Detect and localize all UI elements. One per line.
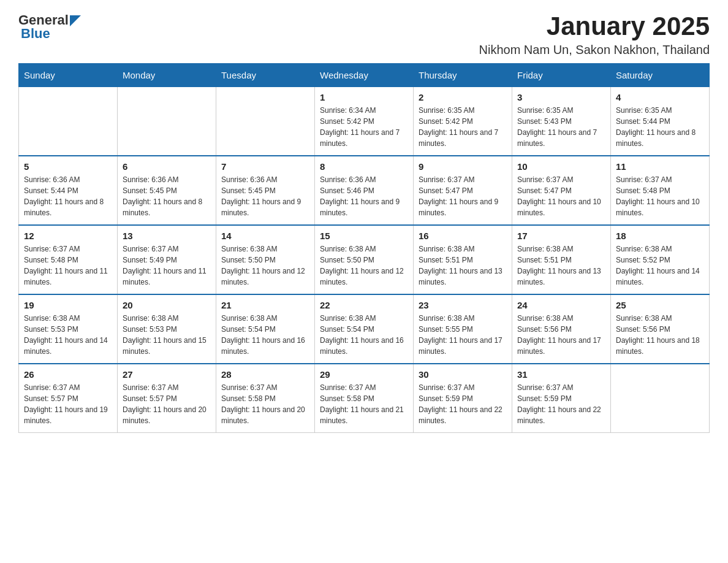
calendar-cell: 23Sunrise: 6:38 AMSunset: 5:55 PMDayligh… bbox=[414, 294, 512, 364]
calendar-cell: 20Sunrise: 6:38 AMSunset: 5:53 PMDayligh… bbox=[118, 294, 216, 364]
day-info: Sunrise: 6:37 AMSunset: 5:48 PMDaylight:… bbox=[616, 174, 704, 218]
calendar-cell: 9Sunrise: 6:37 AMSunset: 5:47 PMDaylight… bbox=[414, 156, 512, 225]
calendar-cell: 4Sunrise: 6:35 AMSunset: 5:44 PMDaylight… bbox=[611, 87, 710, 156]
day-number: 23 bbox=[419, 300, 507, 310]
day-info: Sunrise: 6:38 AMSunset: 5:56 PMDaylight:… bbox=[517, 313, 605, 357]
logo: General Blue bbox=[18, 12, 81, 42]
calendar-cell: 31Sunrise: 6:37 AMSunset: 5:59 PMDayligh… bbox=[512, 364, 611, 433]
calendar-cell: 17Sunrise: 6:38 AMSunset: 5:51 PMDayligh… bbox=[512, 225, 611, 294]
calendar-cell: 26Sunrise: 6:37 AMSunset: 5:57 PMDayligh… bbox=[19, 364, 118, 433]
calendar-cell bbox=[216, 87, 315, 156]
day-info: Sunrise: 6:38 AMSunset: 5:50 PMDaylight:… bbox=[320, 243, 408, 288]
calendar-cell: 1Sunrise: 6:34 AMSunset: 5:42 PMDaylight… bbox=[315, 87, 414, 156]
day-number: 4 bbox=[616, 92, 704, 102]
day-info: Sunrise: 6:35 AMSunset: 5:44 PMDaylight:… bbox=[616, 105, 704, 149]
header-monday: Monday bbox=[118, 64, 216, 87]
calendar-cell: 10Sunrise: 6:37 AMSunset: 5:47 PMDayligh… bbox=[512, 156, 611, 225]
day-info: Sunrise: 6:37 AMSunset: 5:48 PMDaylight:… bbox=[24, 243, 112, 288]
calendar-cell: 19Sunrise: 6:38 AMSunset: 5:53 PMDayligh… bbox=[19, 294, 118, 364]
day-number: 25 bbox=[616, 300, 704, 310]
header-row: SundayMondayTuesdayWednesdayThursdayFrid… bbox=[19, 64, 710, 87]
calendar-cell bbox=[611, 364, 710, 433]
day-info: Sunrise: 6:38 AMSunset: 5:56 PMDaylight:… bbox=[616, 313, 704, 357]
header-sunday: Sunday bbox=[19, 64, 118, 87]
calendar-cell: 24Sunrise: 6:38 AMSunset: 5:56 PMDayligh… bbox=[512, 294, 611, 364]
day-info: Sunrise: 6:35 AMSunset: 5:43 PMDaylight:… bbox=[517, 105, 605, 149]
calendar-cell: 22Sunrise: 6:38 AMSunset: 5:54 PMDayligh… bbox=[315, 294, 414, 364]
calendar-cell: 13Sunrise: 6:37 AMSunset: 5:49 PMDayligh… bbox=[118, 225, 216, 294]
calendar-cell bbox=[118, 87, 216, 156]
day-number: 7 bbox=[221, 161, 309, 172]
week-row-4: 19Sunrise: 6:38 AMSunset: 5:53 PMDayligh… bbox=[19, 294, 710, 364]
calendar-table: SundayMondayTuesdayWednesdayThursdayFrid… bbox=[18, 63, 710, 433]
day-info: Sunrise: 6:38 AMSunset: 5:51 PMDaylight:… bbox=[419, 243, 507, 288]
day-number: 16 bbox=[419, 231, 507, 241]
day-number: 21 bbox=[221, 300, 309, 310]
day-number: 19 bbox=[24, 300, 112, 310]
calendar-cell: 18Sunrise: 6:38 AMSunset: 5:52 PMDayligh… bbox=[611, 225, 710, 294]
day-info: Sunrise: 6:37 AMSunset: 5:57 PMDaylight:… bbox=[24, 382, 112, 426]
logo-blue: Blue bbox=[18, 26, 50, 42]
calendar-cell: 28Sunrise: 6:37 AMSunset: 5:58 PMDayligh… bbox=[216, 364, 315, 433]
day-info: Sunrise: 6:36 AMSunset: 5:45 PMDaylight:… bbox=[123, 174, 211, 218]
day-number: 6 bbox=[123, 161, 211, 172]
day-info: Sunrise: 6:36 AMSunset: 5:44 PMDaylight:… bbox=[24, 174, 112, 218]
title-area: January 2025 Nikhom Nam Un, Sakon Nakhon… bbox=[479, 12, 710, 57]
day-info: Sunrise: 6:37 AMSunset: 5:58 PMDaylight:… bbox=[320, 382, 408, 426]
calendar-cell: 8Sunrise: 6:36 AMSunset: 5:46 PMDaylight… bbox=[315, 156, 414, 225]
day-info: Sunrise: 6:35 AMSunset: 5:42 PMDaylight:… bbox=[419, 105, 507, 149]
svg-marker-0 bbox=[70, 15, 81, 26]
day-info: Sunrise: 6:38 AMSunset: 5:51 PMDaylight:… bbox=[517, 243, 605, 288]
day-number: 26 bbox=[24, 369, 112, 380]
day-number: 29 bbox=[320, 369, 408, 380]
day-number: 14 bbox=[221, 231, 309, 241]
day-info: Sunrise: 6:38 AMSunset: 5:53 PMDaylight:… bbox=[24, 313, 112, 357]
calendar-cell: 5Sunrise: 6:36 AMSunset: 5:44 PMDaylight… bbox=[19, 156, 118, 225]
day-number: 28 bbox=[221, 369, 309, 380]
calendar-cell: 2Sunrise: 6:35 AMSunset: 5:42 PMDaylight… bbox=[414, 87, 512, 156]
calendar-cell: 29Sunrise: 6:37 AMSunset: 5:58 PMDayligh… bbox=[315, 364, 414, 433]
day-number: 12 bbox=[24, 231, 112, 241]
calendar-cell: 14Sunrise: 6:38 AMSunset: 5:50 PMDayligh… bbox=[216, 225, 315, 294]
main-title: January 2025 bbox=[479, 12, 710, 40]
day-info: Sunrise: 6:37 AMSunset: 5:59 PMDaylight:… bbox=[419, 382, 507, 426]
header-friday: Friday bbox=[512, 64, 611, 87]
day-number: 8 bbox=[320, 161, 408, 172]
calendar-cell: 6Sunrise: 6:36 AMSunset: 5:45 PMDaylight… bbox=[118, 156, 216, 225]
week-row-5: 26Sunrise: 6:37 AMSunset: 5:57 PMDayligh… bbox=[19, 364, 710, 433]
calendar-cell: 25Sunrise: 6:38 AMSunset: 5:56 PMDayligh… bbox=[611, 294, 710, 364]
day-number: 11 bbox=[616, 161, 704, 172]
calendar-cell: 27Sunrise: 6:37 AMSunset: 5:57 PMDayligh… bbox=[118, 364, 216, 433]
day-number: 1 bbox=[320, 92, 408, 102]
header-tuesday: Tuesday bbox=[216, 64, 315, 87]
calendar-cell: 21Sunrise: 6:38 AMSunset: 5:54 PMDayligh… bbox=[216, 294, 315, 364]
day-info: Sunrise: 6:38 AMSunset: 5:54 PMDaylight:… bbox=[221, 313, 309, 357]
page-header: General Blue January 2025 Nikhom Nam Un,… bbox=[18, 12, 710, 57]
calendar-cell: 12Sunrise: 6:37 AMSunset: 5:48 PMDayligh… bbox=[19, 225, 118, 294]
day-info: Sunrise: 6:37 AMSunset: 5:47 PMDaylight:… bbox=[517, 174, 605, 218]
day-info: Sunrise: 6:38 AMSunset: 5:50 PMDaylight:… bbox=[221, 243, 309, 288]
day-info: Sunrise: 6:38 AMSunset: 5:53 PMDaylight:… bbox=[123, 313, 211, 357]
day-number: 3 bbox=[517, 92, 605, 102]
day-info: Sunrise: 6:37 AMSunset: 5:58 PMDaylight:… bbox=[221, 382, 309, 426]
day-number: 10 bbox=[517, 161, 605, 172]
calendar-cell: 30Sunrise: 6:37 AMSunset: 5:59 PMDayligh… bbox=[414, 364, 512, 433]
day-info: Sunrise: 6:37 AMSunset: 5:59 PMDaylight:… bbox=[517, 382, 605, 426]
week-row-3: 12Sunrise: 6:37 AMSunset: 5:48 PMDayligh… bbox=[19, 225, 710, 294]
day-number: 2 bbox=[419, 92, 507, 102]
day-number: 13 bbox=[123, 231, 211, 241]
day-number: 22 bbox=[320, 300, 408, 310]
calendar-cell: 7Sunrise: 6:36 AMSunset: 5:45 PMDaylight… bbox=[216, 156, 315, 225]
day-number: 20 bbox=[123, 300, 211, 310]
day-info: Sunrise: 6:38 AMSunset: 5:54 PMDaylight:… bbox=[320, 313, 408, 357]
day-number: 30 bbox=[419, 369, 507, 380]
day-number: 31 bbox=[517, 369, 605, 380]
day-number: 17 bbox=[517, 231, 605, 241]
week-row-2: 5Sunrise: 6:36 AMSunset: 5:44 PMDaylight… bbox=[19, 156, 710, 225]
week-row-1: 1Sunrise: 6:34 AMSunset: 5:42 PMDaylight… bbox=[19, 87, 710, 156]
subtitle: Nikhom Nam Un, Sakon Nakhon, Thailand bbox=[479, 43, 710, 57]
calendar-cell: 3Sunrise: 6:35 AMSunset: 5:43 PMDaylight… bbox=[512, 87, 611, 156]
calendar-cell bbox=[19, 87, 118, 156]
day-info: Sunrise: 6:38 AMSunset: 5:55 PMDaylight:… bbox=[419, 313, 507, 357]
day-info: Sunrise: 6:37 AMSunset: 5:57 PMDaylight:… bbox=[123, 382, 211, 426]
